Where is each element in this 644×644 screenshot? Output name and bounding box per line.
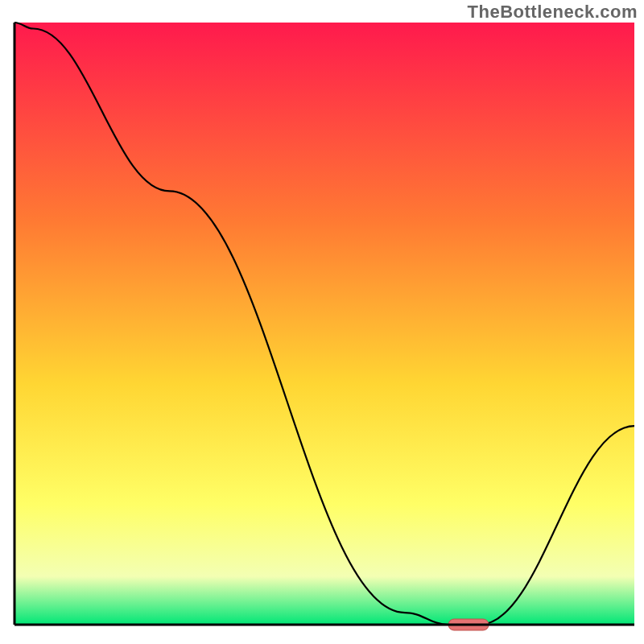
watermark-text: TheBottleneck.com (468, 2, 638, 23)
gradient-background (14, 23, 634, 625)
chart-container: TheBottleneck.com (0, 0, 644, 644)
bottleneck-chart (0, 0, 644, 644)
